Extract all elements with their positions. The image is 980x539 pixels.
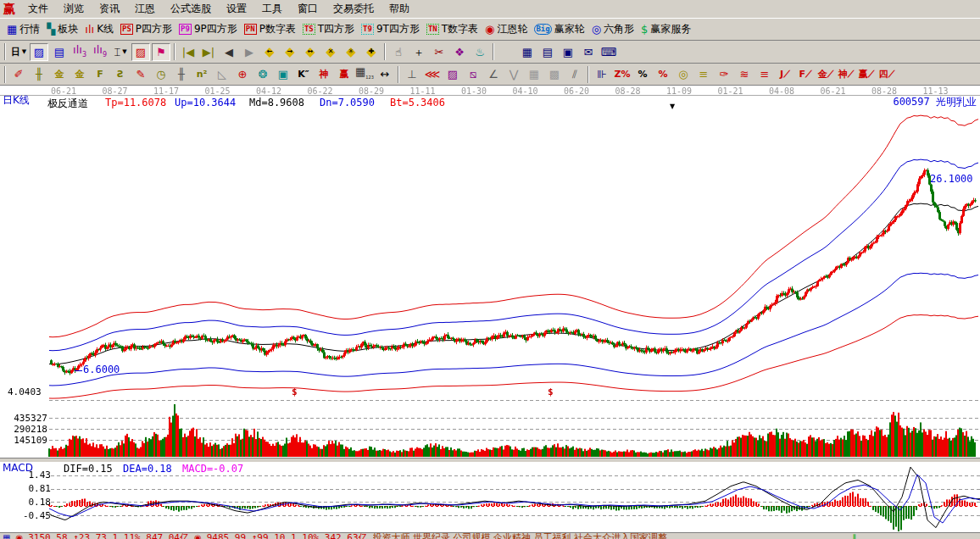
tool-t-square-drag[interactable]: ⊥ (403, 65, 421, 83)
tool-shen-angle[interactable]: 神⟋ (837, 65, 855, 83)
tool-gann-tool-purple[interactable]: ❖ (450, 43, 469, 61)
toolbar-button-p-square[interactable]: PSP四方形 (117, 21, 175, 37)
tool-gann-ruler[interactable]: ╫ (30, 65, 48, 83)
menu-窗口[interactable]: 窗口 (290, 2, 326, 15)
tool-info-panel[interactable]: ▤ (50, 43, 69, 61)
tool-expand-horizontal[interactable]: ◆↔ (301, 43, 320, 61)
marquee-control-icon[interactable]: ∥ (853, 533, 857, 539)
tool-gold-circle[interactable]: ◎ (674, 65, 693, 83)
tool-parallel-lines[interactable]: ⫽ (565, 65, 584, 83)
scroll-marker-triangle[interactable]: ▼ (670, 103, 675, 110)
tool-pen-ruler[interactable]: ✎ (131, 65, 150, 83)
menu-浏览[interactable]: 浏览 (56, 2, 92, 15)
tool-red-channel[interactable]: ≋ (735, 65, 754, 83)
tool-period-day-dropdown[interactable]: 日▼ (9, 43, 28, 61)
tool-mail-export[interactable]: ✉ (579, 43, 598, 61)
tool-nav-next[interactable]: ▶ (240, 43, 259, 61)
tool-zoom-area[interactable]: ▨ (30, 43, 48, 61)
tool-fan-box[interactable]: ▨ (443, 65, 462, 83)
tool-fit-screen[interactable]: ◆✚ (362, 43, 381, 61)
tool-percent-zone-red[interactable]: Z% (613, 65, 632, 83)
tool-zigzag-lines[interactable]: ⋁ (504, 65, 523, 83)
tool-star-target[interactable]: ❂ (253, 65, 272, 83)
tool-gold-ruler-b[interactable]: 金 (70, 65, 89, 83)
toolbar-button-9p-square[interactable]: P99P四方形 (175, 21, 241, 37)
toolbar-button-winner-service[interactable]: $赢家服务 (638, 21, 694, 37)
toolbar-button-t-number-table[interactable]: TNT数字表 (423, 21, 482, 37)
tool-square-target[interactable]: ▣ (274, 65, 292, 83)
tool-drag-hand[interactable]: ☝ (389, 43, 408, 61)
menu-帮助[interactable]: 帮助 (381, 2, 417, 15)
tool-n2-ruler[interactable]: n² (192, 65, 211, 83)
tool-grid-box[interactable]: ▩ (545, 65, 564, 83)
tool-shen-ruler[interactable]: 神 (315, 65, 333, 83)
tool-signal-flag[interactable]: ⚑ (152, 43, 170, 61)
tool-bars-9[interactable]: ılı9 (91, 43, 109, 61)
tool-angle-rays[interactable]: ∠ (484, 65, 503, 83)
tool-circle-target[interactable]: ⊕ (233, 65, 252, 83)
menu-设置[interactable]: 设置 (219, 2, 254, 15)
menu-资讯[interactable]: 资讯 (92, 2, 127, 15)
toolbar-button-market-quotes[interactable]: ▦行情 (3, 21, 43, 37)
tool-tick-ruler[interactable]: ╫ (172, 65, 191, 83)
tool-k-mark[interactable]: K″ (294, 65, 313, 83)
menu-江恩[interactable]: 江恩 (127, 2, 163, 15)
menu-文件[interactable]: 文件 (20, 2, 56, 15)
tool-knife-tool[interactable]: ✐ (9, 65, 28, 83)
menu-交易委托[interactable]: 交易委托 (326, 2, 381, 15)
tool-compress-horizontal[interactable]: ◆✕ (321, 43, 340, 61)
toolbar-button-t-square[interactable]: TST四方形 (299, 21, 358, 37)
tool-calculator[interactable]: ▦ (518, 43, 537, 61)
tool-si-angle[interactable]: 四⟋ (877, 65, 896, 83)
tool-bar-width[interactable]: ↔ (376, 65, 394, 83)
toolbar-button-sector-blocks[interactable]: ▚板块 (43, 21, 81, 37)
tool-remote-pc[interactable]: ⌨ (599, 43, 618, 61)
tool-crosshair[interactable]: ＋ (409, 43, 428, 61)
dividend-mark-1[interactable]: $ (292, 386, 298, 397)
tool-pattern-select[interactable]: ▨ (131, 43, 150, 61)
sh-index-icon[interactable]: ◉ (15, 533, 23, 539)
tool-grid-123[interactable]: ▦₁₂₃ (355, 65, 374, 83)
tool-gold-hlines-2[interactable]: ≡ (755, 65, 774, 83)
tool-column-scale[interactable]: ⊪ (593, 65, 611, 83)
tool-j-angle[interactable]: J⟋ (776, 65, 794, 83)
tool-f-angle[interactable]: F⟋ (796, 65, 815, 83)
dividend-mark-2[interactable]: $ (548, 386, 554, 397)
tool-box-rays[interactable]: ⧅ (464, 65, 482, 83)
tool-nav-first[interactable]: |◀ (179, 43, 198, 61)
tool-save-data[interactable]: ▣ (559, 43, 577, 61)
tool-grid-overlay[interactable]: ▦ (525, 65, 543, 83)
sz-index-icon[interactable]: ◉ (194, 533, 202, 539)
toolbar-button-winner-wheel[interactable]: Big赢家轮 (531, 21, 587, 37)
tool-ying-ruler[interactable]: 赢 (335, 65, 354, 83)
tool-calendar-21[interactable] (498, 43, 516, 61)
tool-expand-all[interactable]: ◆✳ (342, 43, 360, 61)
tool-nav-last[interactable]: ▶| (199, 43, 218, 61)
status-grid-icon[interactable]: ▦ (3, 533, 10, 539)
tool-set-square[interactable]: ◺ (213, 65, 231, 83)
tool-zoom-in-right[interactable]: ◆→ (281, 43, 299, 61)
tool-gold-ruler-a[interactable]: 金 (50, 65, 69, 83)
tool-gold-hlines[interactable]: ≡ (694, 65, 713, 83)
tool-time-cycle-clock[interactable]: ◷ (152, 65, 170, 83)
tool-percent-hline[interactable]: % (654, 65, 672, 83)
toolbar-button-gann-wheel[interactable]: ◉江恩轮 (482, 21, 531, 37)
toolbar-button-9t-square[interactable]: T99T四方形 (358, 21, 423, 37)
tool-nav-prev[interactable]: ◀ (220, 43, 238, 61)
tool-fan-lines-red[interactable]: ⋘ (423, 65, 442, 83)
menu-公式选股[interactable]: 公式选股 (163, 2, 219, 15)
toolbar-button-p-number-table[interactable]: PNP数字表 (241, 21, 299, 37)
toolbar-button-kline-chart[interactable]: ılıK线 (81, 21, 117, 37)
tool-bars-3[interactable]: ılı3 (70, 43, 89, 61)
tool-notes[interactable]: ▤ (538, 43, 557, 61)
tool-candle-style-dropdown[interactable]: ⌶▼ (111, 43, 130, 61)
menu-工具[interactable]: 工具 (254, 2, 290, 15)
tool-spiral-tool[interactable]: Ƨ (111, 65, 130, 83)
toolbar-button-hexagon[interactable]: ◎六角形 (588, 21, 638, 37)
tool-gold-angle[interactable]: 金⟋ (816, 65, 835, 83)
tool-delete-line[interactable]: ✂ (430, 43, 448, 61)
tool-fib-ruler[interactable]: F (91, 65, 109, 83)
tool-cycle-tool-teal[interactable]: ♨ (471, 43, 489, 61)
tool-percent[interactable]: % (633, 65, 652, 83)
tool-zoom-out-left[interactable]: ◆← (260, 43, 279, 61)
